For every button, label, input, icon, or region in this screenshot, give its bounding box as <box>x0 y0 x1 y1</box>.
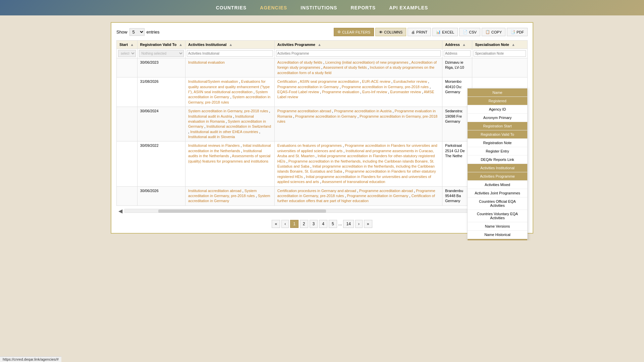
page-2-button[interactable]: 2 <box>300 220 308 228</box>
csv-icon: 📄 <box>463 30 468 34</box>
filter-icon: ⚙ <box>337 30 341 34</box>
table-cell <box>472 58 528 77</box>
agencies-table: Start ▲ Registration Valid To ▲ Activiti… <box>116 40 528 206</box>
table-wrapper: Start ▲ Registration Valid To ▲ Activiti… <box>116 40 528 215</box>
main-container: Show 51025 entries ⚙ CLEAR FILTERS 👁 COL… <box>111 22 533 234</box>
pagination: « ‹ 1 2 3 4 5 ... 14 › » <box>116 220 528 228</box>
filter-reg-valid-to[interactable]: Nothing selected <box>139 50 184 57</box>
filter-address[interactable] <box>444 50 471 57</box>
scroll-left-arrow[interactable]: ◀ <box>116 207 124 215</box>
filter-row: selected Nothing selected <box>117 49 528 58</box>
page-first-button[interactable]: « <box>272 220 280 228</box>
table-cell: Dzimavu ie Riga, LV-10 <box>442 58 472 77</box>
print-button[interactable]: 🖨 PRINT <box>408 28 431 36</box>
table-row: 30/06/2023Institutional evaluationAccred… <box>117 58 528 77</box>
header-nav: COUNTRIESAGENCIESINSTITUTIONSREPORTSAPI … <box>0 0 644 15</box>
panel-item-name-versions[interactable]: Name Versions <box>468 222 527 231</box>
nav-item-reports[interactable]: REPORTS <box>351 5 376 10</box>
col-activities-inst[interactable]: Activities Institutional ▲ <box>185 41 275 49</box>
table-cell: Certification , ASIIN seal programme acc… <box>274 77 442 107</box>
table-cell <box>117 141 138 186</box>
entries-select[interactable]: 51025 <box>129 28 145 36</box>
panel-item-agency-id[interactable]: Agency ID <box>468 105 527 114</box>
page-3-button[interactable]: 3 <box>310 220 318 228</box>
panel-item-registration-start[interactable]: Registration Start <box>468 122 527 130</box>
nav-item-countries[interactable]: COUNTRIES <box>216 5 247 10</box>
filter-activities-inst[interactable] <box>187 50 273 57</box>
table-body: 30/06/2023Institutional evaluationAccred… <box>117 58 528 206</box>
table-cell <box>117 107 138 141</box>
col-reg-valid-to[interactable]: Registration Valid To ▲ <box>137 41 185 49</box>
table-cell: 31/08/2026 <box>137 77 185 107</box>
main-nav: COUNTRIESAGENCIESINSTITUTIONSREPORTSAPI … <box>216 5 428 10</box>
panel-item-registered[interactable]: Registered <box>468 97 527 105</box>
pdf-icon: 📑 <box>511 30 515 34</box>
col-spec-note[interactable]: Specialisation Note ▲ <box>472 41 528 49</box>
panel-item-registration-note[interactable]: Registration Note <box>468 139 527 147</box>
page-next-button[interactable]: › <box>355 220 363 228</box>
panel-item-countries-voluntary-eqa-activities[interactable]: Countries Voluntary EQA Activities <box>468 210 527 222</box>
table-cell: Institutional accreditation abroad , Sys… <box>185 186 275 205</box>
table-cell: 30/06/2026 <box>137 186 185 205</box>
entries-label: entries <box>147 29 160 35</box>
filter-spec-note[interactable] <box>474 50 526 57</box>
page-prev-button[interactable]: ‹ <box>281 220 289 228</box>
panel-item-activities-joint-programmes[interactable]: Activities Joint Programmes <box>468 189 527 197</box>
table-row: 31/08/2026Institutional/System evaluatio… <box>117 77 528 107</box>
table-cell: Programme accreditation abroad , Program… <box>274 107 442 141</box>
panel-item-activities-mixed[interactable]: Activities Mixed <box>468 181 527 189</box>
page-ellipsis: ... <box>338 221 342 226</box>
pdf-button[interactable]: 📑 PDF <box>507 28 528 36</box>
panel-item-deqar-reports-link[interactable]: DEQAr Reports Link <box>468 156 527 164</box>
nav-item-institutions[interactable]: INSTITUTIONS <box>301 5 337 10</box>
page-5-button[interactable]: 5 <box>329 220 337 228</box>
columns-panel: NameRegisteredAgency IDAcronym PrimaryRe… <box>467 88 528 240</box>
filter-activities-prog[interactable] <box>276 50 441 57</box>
panel-item-countries-official-eqa-activities[interactable]: Countries Official EQA Activities <box>468 197 527 210</box>
show-label: Show <box>116 29 127 35</box>
table-cell: Institutional reviews in Flanders , Init… <box>185 141 275 186</box>
page-14-button[interactable]: 14 <box>343 220 354 228</box>
nav-item-agencies[interactable]: AGENCIES <box>260 5 287 10</box>
panel-item-activities-institutional[interactable]: Activities Institutional <box>468 164 527 172</box>
panel-item-activities-programme[interactable]: Activities Programme <box>468 172 527 181</box>
table-cell: 30/06/2023 <box>137 58 185 77</box>
table-cell: Accreditation of study fields , Licencin… <box>274 58 442 77</box>
table-cell: Institutional evaluation <box>185 58 275 77</box>
page-4-button[interactable]: 4 <box>319 220 327 228</box>
page-last-button[interactable]: » <box>364 220 372 228</box>
clear-filters-button[interactable]: ⚙ CLEAR FILTERS <box>334 28 374 36</box>
panel-item-name-historical[interactable]: Name Historical <box>468 231 527 239</box>
table-cell: 30/09/2022 <box>137 141 185 186</box>
panel-item-address[interactable]: Address <box>468 239 527 240</box>
col-address[interactable]: Address ▲ <box>442 41 472 49</box>
table-row: 30/09/2022Institutional reviews in Fland… <box>117 141 528 186</box>
table-row: 30/06/2024System accreditation in German… <box>117 107 528 141</box>
panel-item-register-entry[interactable]: Register Entry <box>468 147 527 156</box>
excel-icon: 📊 <box>436 30 441 34</box>
csv-button[interactable]: 📄 CSV <box>459 28 480 36</box>
nav-item-api examples[interactable]: API EXAMPLES <box>389 5 428 10</box>
table-cell <box>117 58 138 77</box>
table-cell: System accreditation in Germany, pre-201… <box>185 107 275 141</box>
table-cell: Institutional/System evaluation , Evalua… <box>185 77 275 107</box>
excel-button[interactable]: 📊 EXCEL <box>432 28 458 36</box>
copy-button[interactable]: 📋 COPY <box>482 28 505 36</box>
table-cell <box>117 77 138 107</box>
table-cell: 30/06/2024 <box>137 107 185 141</box>
col-start[interactable]: Start ▲ <box>117 41 138 49</box>
panel-item-acronym-primary[interactable]: Acronym Primary <box>468 114 527 122</box>
filter-start[interactable]: selected <box>118 50 136 57</box>
table-row: 30/06/2026Institutional accreditation ab… <box>117 186 528 205</box>
copy-icon: 📋 <box>485 30 490 34</box>
panel-item-registration-valid-to[interactable]: Registration Valid To <box>468 130 527 139</box>
columns-icon: 👁 <box>379 30 383 34</box>
col-activities-prog[interactable]: Activities Programme ▲ <box>274 41 442 49</box>
table-header-row: Start ▲ Registration Valid To ▲ Activiti… <box>117 41 528 49</box>
columns-button[interactable]: 👁 COLUMNS <box>375 28 406 36</box>
show-entries: Show 51025 entries <box>116 28 160 36</box>
table-cell <box>117 186 138 205</box>
panel-item-name[interactable]: Name <box>468 88 527 97</box>
page-1-button[interactable]: 1 <box>290 220 299 228</box>
print-icon: 🖨 <box>411 30 415 34</box>
